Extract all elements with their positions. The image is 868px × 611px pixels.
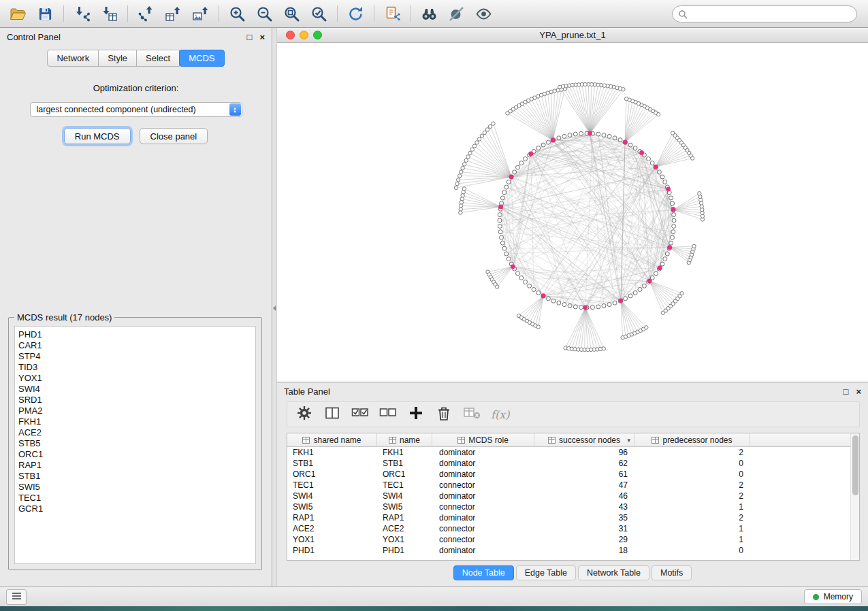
mcds-result-node[interactable]: RAP1 (18, 460, 252, 471)
mcds-result-node[interactable]: CAR1 (18, 340, 252, 351)
mcds-result-node[interactable]: SWI5 (18, 482, 252, 493)
export-table-button[interactable] (162, 3, 184, 24)
mcds-result-node[interactable]: FKH1 (18, 416, 252, 427)
table-row[interactable]: PHD1PHD1dominator180 (287, 545, 859, 556)
close-table-panel-icon[interactable]: × (856, 387, 861, 396)
cell: 2 (634, 480, 750, 490)
delete-table-button[interactable] (463, 406, 481, 423)
zoom-out-button[interactable] (253, 3, 276, 24)
column-header-name[interactable]: name (377, 433, 432, 446)
cell: ORC1 (377, 469, 432, 479)
show-hide-button[interactable] (472, 3, 495, 24)
float-panel-icon[interactable]: □ (247, 33, 253, 42)
export-network-button[interactable] (135, 3, 157, 24)
cell: 0 (634, 469, 750, 479)
zoom-selected-button[interactable] (308, 3, 330, 24)
float-table-panel-icon[interactable]: □ (843, 387, 849, 396)
cell: dominator (432, 513, 534, 523)
import-table-button[interactable] (98, 3, 120, 24)
tab-node-table[interactable]: Node Table (453, 565, 514, 580)
tab-style[interactable]: Style (98, 50, 137, 67)
status-bar: Memory (0, 587, 868, 606)
delete-column-button[interactable] (435, 406, 453, 423)
close-panel-button[interactable]: Close panel (140, 128, 208, 144)
import-network-button[interactable] (71, 3, 93, 24)
cell: 1 (634, 524, 750, 533)
run-mcds-button[interactable]: Run MCDS (64, 128, 131, 144)
task-history-button[interactable] (6, 589, 27, 605)
mcds-result-node[interactable]: SWI4 (18, 384, 252, 395)
mcds-result-node[interactable]: ORC1 (18, 449, 252, 460)
table-row[interactable]: ACE2ACE2connector311 (287, 523, 859, 534)
cell: 35 (534, 513, 634, 523)
apply-style-button[interactable] (445, 3, 468, 24)
zoom-in-button[interactable] (226, 3, 248, 24)
mcds-result-node[interactable]: SRD1 (18, 395, 252, 406)
mcds-result-node[interactable]: STB5 (18, 438, 252, 449)
mcds-result-node[interactable]: TEC1 (18, 493, 252, 503)
memory-button[interactable]: Memory (804, 589, 862, 604)
cell: SWI4 (287, 491, 377, 501)
network-window-titlebar[interactable]: YPA_prune.txt_1 (277, 28, 868, 43)
export-image-button[interactable] (189, 3, 212, 24)
mcds-result-node[interactable]: TID3 (18, 362, 252, 373)
tab-motifs[interactable]: Motifs (652, 565, 692, 580)
table-row[interactable]: SWI5SWI5connector431 (287, 501, 859, 512)
column-header-shared-name[interactable]: shared name (287, 433, 377, 446)
table-scrollbar[interactable] (850, 433, 859, 560)
column-header-MCDS-role[interactable]: MCDS role (432, 433, 534, 446)
column-header-predecessor-nodes[interactable]: predecessor nodes (634, 433, 750, 446)
tab-network-table[interactable]: Network Table (578, 565, 649, 580)
table-row[interactable]: STB1STB1dominator620 (287, 458, 859, 469)
cell: YOX1 (377, 535, 432, 544)
deselect-all-button[interactable] (379, 406, 397, 423)
refresh-button[interactable] (344, 3, 367, 24)
mcds-result-node[interactable]: STP4 (18, 351, 252, 362)
scrollbar-thumb[interactable] (852, 435, 858, 495)
mcds-result-node[interactable]: YOX1 (18, 373, 252, 384)
add-column-button[interactable] (407, 406, 425, 423)
mcds-result-node[interactable]: PHD1 (18, 329, 252, 340)
find-button[interactable] (418, 3, 440, 24)
close-panel-icon[interactable]: × (259, 33, 265, 42)
search-input[interactable] (672, 5, 857, 22)
mcds-result-node[interactable]: ACE2 (18, 427, 252, 438)
zoom-in-icon (229, 5, 246, 22)
function-builder-button[interactable]: f(x) (491, 406, 509, 423)
tab-network[interactable]: Network (47, 50, 99, 67)
save-session-button[interactable] (34, 3, 57, 24)
table-row[interactable]: ORC1ORC1dominator610 (287, 469, 859, 480)
table-row[interactable]: RAP1RAP1dominator352 (287, 512, 859, 523)
zoom-fit-icon (283, 5, 300, 22)
table-row[interactable]: FKH1FKH1dominator962 (287, 447, 859, 458)
share-network-button[interactable] (381, 3, 404, 24)
deselect-all-icon (379, 406, 397, 423)
table-mode-gear-button[interactable] (295, 406, 313, 423)
select-all-button[interactable] (351, 406, 369, 423)
column-header-successor-nodes[interactable]: successor nodes▾ (534, 433, 634, 446)
toolbar-separator (337, 5, 338, 22)
mcds-result-node[interactable]: PMA2 (18, 406, 252, 416)
mcds-result-node[interactable]: GCR1 (18, 503, 252, 514)
table-row[interactable]: YOX1YOX1connector291 (287, 534, 859, 545)
optimization-label: Optimization criterion: (0, 83, 272, 93)
export-image-icon (192, 5, 209, 22)
minimize-window-icon[interactable] (300, 31, 308, 39)
tab-select[interactable]: Select (136, 50, 180, 67)
open-session-button[interactable] (7, 3, 29, 24)
tab-edge-table[interactable]: Edge Table (516, 565, 576, 580)
maximize-window-icon[interactable] (313, 31, 322, 39)
zoom-fit-button[interactable] (280, 3, 303, 24)
table-row[interactable]: SWI4SWI4dominator462 (287, 491, 859, 501)
close-window-icon[interactable] (286, 31, 295, 39)
show-columns-button[interactable] (323, 406, 341, 423)
table-row[interactable]: TEC1TEC1connector472 (287, 480, 859, 491)
network-canvas[interactable] (277, 43, 868, 382)
mcds-result-node[interactable]: STB1 (18, 471, 252, 482)
table-header: shared namenameMCDS rolesuccessor nodes▾… (287, 433, 859, 447)
criterion-dropdown[interactable]: largest connected component (undirected)… (30, 102, 242, 117)
mcds-result-list[interactable]: PHD1CAR1STP4TID3YOX1SWI4SRD1PMA2FKH1ACE2… (14, 326, 256, 564)
tab-mcds[interactable]: MCDS (179, 50, 224, 67)
control-panel-buttons: Run MCDS Close panel (0, 128, 272, 144)
delete-table-icon (463, 406, 481, 423)
